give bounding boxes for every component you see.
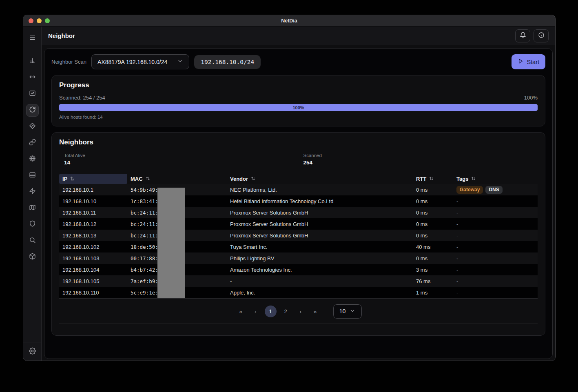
content-area: Neighbor Scan AX88179A 192.168.10.0/24 1… [42,45,555,361]
next-page-button[interactable]: › [295,306,306,317]
sort-icon [250,176,256,182]
chevron-down-icon [350,308,355,315]
tag-empty: - [456,255,458,261]
sidebar-item-map[interactable] [26,202,39,215]
stat-label: Total Alive [64,153,299,158]
column-header-mac[interactable]: MAC [127,174,227,184]
cell-ip: 192.168.10.105 [59,278,127,284]
info-icon [538,32,545,40]
sidebar-item-chart-column[interactable] [26,55,39,68]
table-row[interactable]: 192.168.10.10300:17:88:Philips Lighting … [59,252,538,264]
subnet-chip: 192.168.10.0/24 [194,55,261,69]
globe-icon [29,155,36,164]
sidebar [23,27,42,361]
interface-select[interactable]: AX88179A 192.168.10.0/24 [91,54,189,69]
progress-card: Progress Scanned: 254 / 254 100% 100% Al… [51,75,545,126]
tag-empty: - [456,267,458,273]
page-button-1[interactable]: 1 [265,306,277,317]
cell-vendor: Proxmox Server Solutions GmbH [227,233,413,239]
sidebar-item-package[interactable] [26,251,39,264]
titlebar: NetDia [23,15,555,27]
scanned-count-label: Scanned: 254 / 254 [59,95,105,101]
column-header-rtt[interactable]: RTT [413,174,453,184]
cell-rtt: 1 ms [413,290,453,296]
table-row[interactable]: 192.168.10.154:9b:49:NEC Platforms, Ltd.… [59,184,538,195]
table-row[interactable]: 192.168.10.12bc:24:11:Proxmox Server Sol… [59,218,538,230]
redaction-box [157,188,185,298]
sidebar-item-link[interactable] [26,137,39,149]
table-row[interactable]: 192.168.10.1105c:e9:1e:Apple, Inc.1 ms- [59,287,538,298]
page-title: Neighbor [48,32,75,39]
sidebar-item-chart-line[interactable] [26,88,39,100]
column-label: Tags [456,176,468,182]
window-title: NetDia [23,18,555,24]
sidebar-item-globe[interactable] [26,153,39,166]
pagination: «‹12›»10 [59,303,538,319]
cell-rtt: 40 ms [413,244,453,250]
start-button-label: Start [527,59,539,65]
alive-hosts-label: Alive hosts found: 14 [59,115,538,120]
info-button[interactable] [534,29,549,42]
hamburger-icon [29,34,36,43]
table-row[interactable]: 192.168.10.101c:83:41:Hefei Bitland Info… [59,195,538,207]
table-row[interactable]: 192.168.10.13bc:24:11:Proxmox Server Sol… [59,230,538,241]
sort-icon [429,176,434,182]
menu-toggle-button[interactable] [26,32,38,44]
sidebar-item-shield[interactable] [26,218,39,231]
column-label: IP [62,176,67,182]
page-size-select[interactable]: 10 [333,304,362,319]
sidebar-item-arrows-left-right[interactable] [26,71,39,84]
neighbor-stats: Total Alive14Scanned254 [59,153,538,166]
zap-icon [29,188,36,196]
neighbors-title: Neighbors [59,138,538,146]
tag-empty: - [456,210,458,216]
column-label: Vendor [230,176,248,182]
page-button-2[interactable]: 2 [280,306,292,317]
start-scan-button[interactable]: Start [512,54,545,69]
arrows-left-right-icon [29,73,36,82]
sidebar-footer [23,343,41,361]
last-page-button[interactable]: » [310,306,321,317]
progress-bar: 100% [59,104,538,111]
bell-icon [520,32,526,40]
cell-tags: - [453,267,538,273]
cell-ip: 192.168.10.12 [59,221,127,227]
sidebar-item-rotate-cw[interactable] [26,104,39,117]
cell-vendor: Philips Lighting BV [227,255,413,261]
cell-rtt: 0 ms [413,255,453,261]
tag-empty: - [456,278,458,284]
chart-column-icon [29,57,36,66]
gear-icon [29,348,36,356]
stat-label: Scanned [303,153,538,158]
stat-scanned: Scanned254 [299,153,538,166]
stat-total-alive: Total Alive14 [59,153,299,166]
cell-tags: - [453,278,538,284]
table-row[interactable]: 192.168.10.10218:de:50:Tuya Smart Inc.40… [59,241,538,252]
sort-icon [471,176,476,182]
chevron-down-icon [177,58,183,66]
settings-button[interactable] [26,345,39,358]
sidebar-item-diamond-route[interactable] [26,120,39,133]
tag-empty: - [456,221,458,227]
previous-page-button[interactable]: ‹ [250,306,261,317]
sidebar-item-zap[interactable] [26,186,39,198]
sidebar-nav [26,55,39,264]
table-row[interactable]: 192.168.10.1057a:ef:b9:-76 ms- [59,275,538,287]
notifications-button[interactable] [515,29,530,42]
sidebar-item-search[interactable] [26,235,39,247]
column-header-tags[interactable]: Tags [453,174,538,184]
first-page-button[interactable]: « [235,306,247,317]
rotate-cw-icon [29,106,36,115]
table-row[interactable]: 192.168.10.11bc:24:11:Proxmox Server Sol… [59,207,538,218]
column-header-vendor[interactable]: Vendor [227,174,413,184]
cell-tags: - [453,244,538,250]
tag-badge-gateway: Gateway [456,186,483,194]
column-label: RTT [416,176,426,182]
cell-tags: GatewayDNS [453,186,538,194]
tag-empty: - [456,198,458,204]
cell-ip: 192.168.10.102 [59,244,127,250]
column-header-ip[interactable]: IP [59,174,127,184]
table-row[interactable]: 192.168.10.104b4:b7:42:Amazon Technologi… [59,264,538,275]
sidebar-item-server-rows[interactable] [26,169,39,182]
cell-rtt: 0 ms [413,198,453,204]
